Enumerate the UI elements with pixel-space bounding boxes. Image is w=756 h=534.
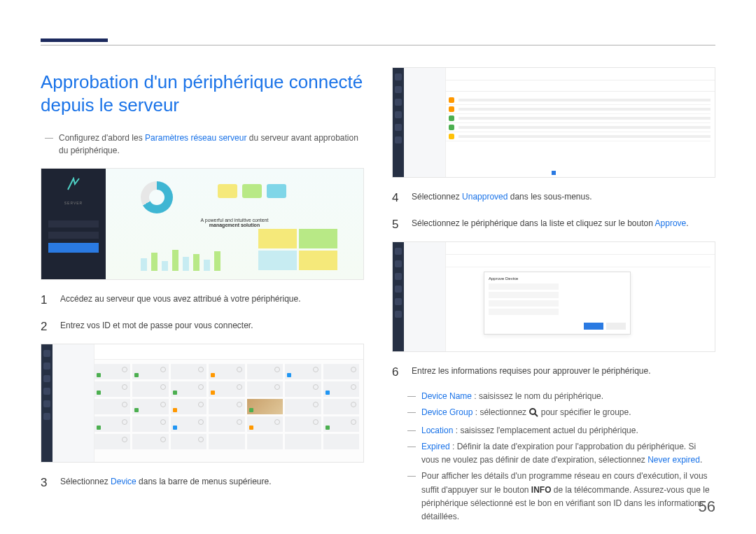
sub-device-group: ― Device Group : sélectionnez pour spéci… (407, 406, 715, 421)
stat-tile-blue (267, 184, 286, 198)
page-title: Approbation d'un périphérique connecté d… (41, 71, 364, 116)
never-expired-link: Never expired (648, 455, 700, 465)
step-number: 3 (41, 474, 50, 492)
step-3: 3 Sélectionnez Device dans la barre de m… (41, 474, 364, 492)
intro-note: ― Configurez d'abord les Paramètres rése… (45, 132, 364, 157)
modal-title: Approve Device (489, 276, 626, 281)
sub-info-note: ― Pour afficher les détails d'un program… (407, 470, 715, 524)
magnifier-icon (528, 407, 538, 421)
dash-icon: ― (407, 424, 416, 437)
server-logo-icon (66, 177, 80, 191)
location-label: Location (421, 426, 453, 435)
step-text: Accédez au serveur que vous avez attribu… (60, 291, 364, 309)
step-number: 4 (392, 189, 402, 207)
login-button (48, 243, 99, 253)
step-text: Sélectionnez le périphérique dans la lis… (412, 216, 715, 234)
modal-cancel-button (606, 323, 626, 330)
step-4: 4 Sélectionnez Unapproved dans les sous-… (392, 189, 715, 207)
approve-modal: Approve Device (484, 272, 631, 335)
dash-icon: ― (407, 470, 416, 524)
step-6: 6 Entrez les informations requises pour … (392, 363, 715, 381)
header-rule (41, 45, 715, 45)
tile-group (258, 229, 342, 271)
donut-chart-icon (141, 181, 173, 213)
intro-text-a: Configurez d'abord les (59, 133, 145, 143)
modal-field-group (489, 292, 559, 298)
figure-approve-dialog: Approve Device (392, 241, 715, 352)
step-text: Entrez vos ID et mot de passe pour vous … (60, 318, 364, 336)
step-number: 6 (392, 363, 402, 381)
figure-tagline: A powerful and intuitive content managem… (106, 218, 363, 227)
step-number: 5 (392, 216, 402, 234)
login-id-field (48, 220, 99, 227)
figure-device-grid (41, 344, 364, 463)
approve-link: Approve (655, 218, 687, 228)
svg-point-0 (530, 409, 536, 414)
dash-icon: ― (45, 132, 53, 157)
sub-device-name: ― Device Name : saisissez le nom du péri… (407, 390, 715, 403)
step-number: 1 (41, 291, 50, 309)
step-number: 2 (41, 318, 50, 336)
sub-expired: ― Expired : Définir la date d'expiration… (407, 440, 715, 467)
device-link: Device (111, 477, 136, 486)
login-password-field (48, 232, 99, 239)
page-number: 56 (699, 498, 715, 516)
intro-link: Paramètres réseau serveur (145, 133, 246, 143)
bar-chart-icon (141, 250, 220, 271)
modal-field-location (489, 300, 559, 307)
device-group-label: Device Group (421, 407, 472, 417)
step-5: 5 Sélectionnez le périphérique dans la l… (392, 216, 715, 234)
dash-icon: ― (407, 390, 416, 403)
dash-icon: ― (407, 406, 416, 421)
stat-tile-green (242, 184, 262, 198)
step-text: Sélectionnez Device dans la barre de men… (60, 474, 364, 492)
info-bold: INFO (531, 485, 552, 495)
stat-tile-yellow (218, 184, 237, 198)
step-2: 2 Entrez vos ID et mot de passe pour vou… (41, 318, 364, 336)
step-text: Sélectionnez Unapproved dans les sous-me… (412, 189, 715, 207)
modal-field-name (489, 283, 559, 290)
unapproved-link: Unapproved (462, 192, 507, 202)
figure-login-screen: SERVER A powerful and intuitive content … (41, 168, 364, 280)
figure-unapproved-list (392, 67, 715, 178)
header-accent-bar (41, 38, 108, 42)
device-name-label: Device Name (421, 391, 472, 401)
modal-field-expired (489, 309, 559, 315)
expired-label: Expired (421, 442, 450, 451)
svg-line-1 (535, 414, 538, 416)
modal-ok-button (584, 323, 603, 330)
sub-location: ― Location : saisissez l'emplacement act… (407, 424, 715, 437)
server-brand-label: SERVER (41, 201, 106, 205)
step-1: 1 Accédez au serveur que vous avez attri… (41, 291, 364, 309)
step-text: Entrez les informations requises pour ap… (412, 363, 715, 381)
dash-icon: ― (407, 440, 416, 467)
